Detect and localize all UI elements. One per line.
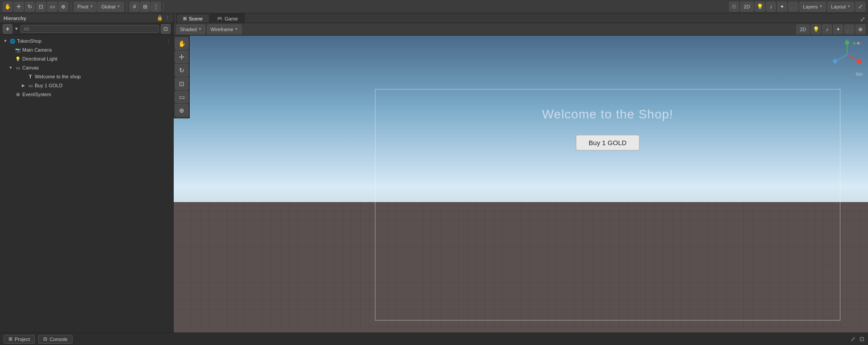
iso-label: = Iso — [852, 71, 863, 77]
shading-dropdown[interactable]: Shaded ▼ — [176, 24, 205, 34]
iso-word: Iso — [856, 71, 863, 77]
tab-bar-right: ⤢ — [860, 16, 868, 23]
tab-game[interactable]: 🎮 Game — [210, 14, 245, 23]
buy-button[interactable]: Buy 1 GOLD — [576, 135, 640, 150]
more-tokenShop-icon[interactable]: ⋮ — [166, 39, 171, 44]
palette-move-btn[interactable]: ✛ — [175, 51, 188, 63]
scale-tool-btn[interactable]: ⊡ — [36, 2, 46, 12]
pivot-label: Pivot — [77, 4, 88, 9]
game-tab-icon: 🎮 — [217, 16, 222, 21]
scene-gizmo2-btn[interactable]: ⊕ — [856, 24, 865, 34]
layout-label: Layout — [831, 4, 846, 9]
palette-custom-btn[interactable]: ⊕ — [175, 104, 188, 117]
label-mainCamera: Main Camera — [22, 47, 52, 53]
label-directionalLight: Directional Light — [22, 56, 57, 61]
light-toggle-btn[interactable]: 💡 — [755, 2, 765, 12]
2d-toggle-btn[interactable]: 2D — [740, 2, 754, 12]
tree-item-buy1Gold[interactable]: ▶ ▭ Buy 1 GOLD — [0, 81, 173, 90]
tree-item-mainCamera[interactable]: 📷 Main Camera — [0, 45, 173, 54]
axis-gizmo: Y X Z ▶ ■ ✕ — [831, 39, 863, 70]
tree-item-welcomeText[interactable]: T Welcome to the shop — [0, 72, 173, 81]
palette-hand-btn[interactable]: ✋ — [175, 37, 188, 50]
rect-tool-btn[interactable]: ▭ — [47, 2, 57, 12]
label-buy1Gold: Buy 1 GOLD — [35, 83, 62, 88]
console-label: Console — [49, 337, 67, 342]
canvas-overlay: Welcome to the Shop! Buy 1 GOLD — [375, 89, 840, 321]
custom-tool-btn[interactable]: ⊕ — [58, 2, 68, 12]
scene-tab-icon: ⊞ — [183, 16, 187, 21]
tool-palette: ✋ ✛ ↻ ⊡ ▭ ⊕ — [174, 36, 190, 118]
svg-text:Y: Y — [846, 39, 848, 43]
rotate-tool-btn[interactable]: ↻ — [25, 2, 35, 12]
2d-scene-btn[interactable]: 2D — [796, 24, 810, 34]
scene-tab-label: Scene — [189, 16, 203, 21]
camera-toggle-btn[interactable]: 🎥 — [788, 2, 798, 12]
arrow-canvas: ▼ — [8, 65, 13, 70]
pivot-arrow-icon: ▼ — [90, 4, 93, 8]
more-icon[interactable]: ⋮ — [165, 15, 170, 21]
shading2-arrow-icon: ▼ — [235, 27, 238, 31]
scene-camera-btn[interactable]: 🎥 — [844, 24, 854, 34]
hierarchy-filter-btn[interactable]: ⊡ — [161, 24, 171, 34]
fx-toggle-btn[interactable]: ✦ — [777, 2, 787, 12]
layout-arrow-icon: ▼ — [847, 4, 851, 8]
top-toolbar: ✋ ✛ ↻ ⊡ ▭ ⊕ Pivot ▼ Global ▼ # ⊞ ⋮ ☉ 2D … — [0, 0, 868, 13]
scene-gizmo-btn[interactable]: ☉ — [729, 2, 739, 12]
hand-tool-btn[interactable]: ✋ — [3, 2, 12, 12]
snap2-btn[interactable]: ⋮ — [151, 2, 161, 12]
shop-title: Welcome to the Shop! — [542, 107, 673, 122]
scene-light-btn[interactable]: 💡 — [811, 24, 821, 34]
icon-mainCamera: 📷 — [15, 47, 21, 53]
icon-directionalLight: 💡 — [15, 56, 21, 62]
maximize-btn[interactable]: ⤢ — [856, 2, 865, 12]
tree-item-canvas[interactable]: ▼ ▭ Canvas — [0, 63, 173, 72]
bottom-maximize-icon[interactable]: ⤢ — [851, 336, 856, 342]
shading-label: Shaded — [180, 27, 197, 32]
tab-scene[interactable]: ⊞ Scene — [176, 14, 209, 23]
layout-dropdown[interactable]: Layout ▼ — [827, 2, 854, 12]
hierarchy-header-icons: 🔒 ⋮ — [157, 15, 170, 21]
label-tokenShop: TokenShop — [17, 38, 41, 44]
bottom-popout-icon[interactable]: ⊡ — [860, 336, 864, 342]
arrow-welcomeText — [20, 74, 26, 79]
scene-fx-btn[interactable]: ✦ — [833, 24, 843, 34]
arrow-directionalLight — [8, 56, 13, 61]
console-tab[interactable]: ⊟ Console — [38, 335, 72, 344]
icon-welcomeText: T — [27, 73, 33, 80]
project-tab[interactable]: ⊞ Project — [4, 335, 35, 344]
palette-scale-btn[interactable]: ⊡ — [175, 77, 188, 90]
tab-maximize-icon[interactable]: ⤢ — [860, 16, 865, 23]
label-welcomeText: Welcome to the shop — [35, 74, 81, 79]
palette-rotate-btn[interactable]: ↻ — [175, 64, 188, 77]
grid-group: # ⊞ ⋮ — [130, 2, 164, 12]
audio-toggle-btn[interactable]: ♪ — [766, 2, 776, 12]
pivot-dropdown[interactable]: Pivot ▼ — [74, 2, 97, 12]
game-tab-label: Game — [224, 16, 238, 21]
tree-item-tokenShop[interactable]: ▼ 🌐 TokenShop ⋮ — [0, 37, 173, 45]
scene-audio-btn[interactable]: ♪ — [822, 24, 832, 34]
global-dropdown[interactable]: Global ▼ — [98, 2, 124, 12]
snap-btn[interactable]: ⊞ — [140, 2, 150, 12]
hierarchy-title: Hierarchy — [4, 16, 154, 21]
add-dropdown-icon[interactable]: ▼ — [14, 26, 19, 31]
lock-icon[interactable]: 🔒 — [157, 15, 163, 21]
project-label: Project — [15, 337, 30, 342]
bottom-right-area: ⤢ ⊡ — [851, 336, 864, 342]
layers-arrow-icon: ▼ — [819, 4, 823, 8]
layers-dropdown[interactable]: Layers ▼ — [799, 2, 826, 12]
palette-rect-btn[interactable]: ▭ — [175, 91, 188, 103]
svg-text:Z: Z — [834, 57, 836, 61]
move-tool-btn[interactable]: ✛ — [14, 2, 24, 12]
shading2-dropdown[interactable]: Wireframe ▼ — [207, 24, 242, 34]
label-canvas: Canvas — [22, 65, 39, 70]
main-content: Hierarchy 🔒 ⋮ + ▼ ⊡ ▼ 🌐 TokenShop ⋮ 📷 — [0, 13, 868, 333]
tree-item-eventSystem[interactable]: ⚙ EventSystem — [0, 90, 173, 99]
add-hierarchy-btn[interactable]: + — [3, 24, 12, 34]
layers-label: Layers — [803, 4, 818, 9]
hierarchy-toolbar: + ▼ ⊡ — [0, 23, 173, 35]
hierarchy-search[interactable] — [20, 25, 159, 33]
iso-text: = Iso — [852, 71, 863, 77]
grid-snap-btn[interactable]: # — [130, 2, 139, 12]
tree-item-directionalLight[interactable]: 💡 Directional Light — [0, 54, 173, 63]
arrow-buy1Gold: ▶ — [20, 83, 26, 88]
